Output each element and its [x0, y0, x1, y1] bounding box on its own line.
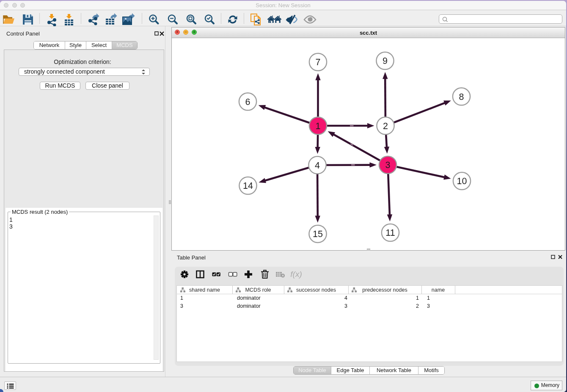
svg-text:10: 10: [457, 176, 467, 186]
svg-text:8: 8: [459, 92, 464, 102]
svg-text:1: 1: [316, 121, 321, 131]
svg-text:6: 6: [245, 97, 250, 107]
svg-text:14: 14: [243, 181, 253, 191]
svg-text:15: 15: [313, 229, 323, 239]
svg-text:9: 9: [383, 56, 388, 66]
svg-text:4: 4: [315, 160, 320, 171]
svg-text:3: 3: [385, 160, 391, 170]
svg-text:f(x): f(x): [290, 270, 302, 279]
svg-text:11: 11: [385, 228, 395, 238]
svg-text:7: 7: [316, 57, 321, 67]
svg-text:2: 2: [383, 121, 388, 131]
